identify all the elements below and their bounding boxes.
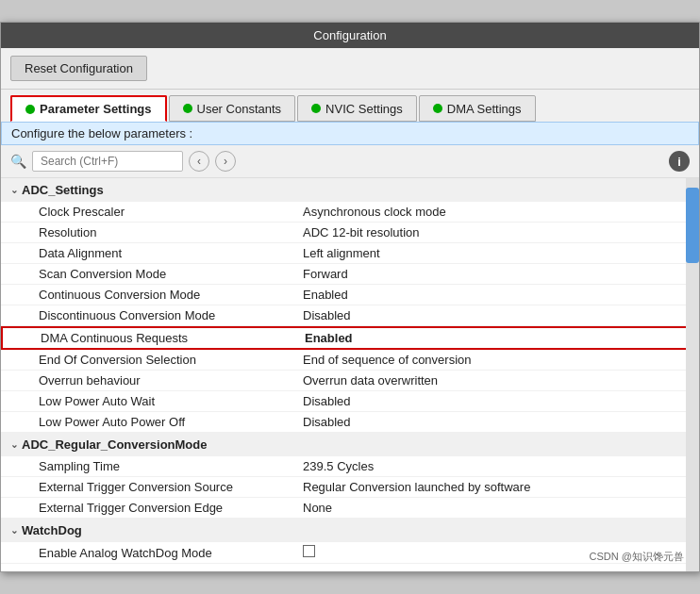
param-continuous-conversion-mode: Continuous Conversion Mode Enabled bbox=[1, 285, 699, 305]
param-value-end-of-conversion-selection: End of sequence of conversion bbox=[303, 353, 472, 367]
window-title: Configuration bbox=[313, 28, 386, 42]
tab-label-user-constants: User Constants bbox=[197, 102, 282, 116]
param-external-trigger-edge: External Trigger Conversion Edge None bbox=[1, 498, 699, 519]
tab-user-constants[interactable]: User Constants bbox=[169, 95, 296, 122]
param-name-overrun-behaviour: Overrun behaviour bbox=[39, 373, 303, 388]
watermark: CSDN @知识馋元兽 bbox=[590, 550, 684, 564]
info-icon[interactable]: i bbox=[669, 151, 690, 172]
configure-bar: Configure the below parameters : bbox=[1, 122, 699, 145]
param-name-clock-prescaler: Clock Prescaler bbox=[39, 205, 303, 219]
param-value-clock-prescaler: Asynchronous clock mode bbox=[303, 205, 446, 219]
param-sampling-time: Sampling Time 239.5 Cycles bbox=[1, 456, 699, 477]
scrollbar-track bbox=[686, 178, 699, 571]
tab-nvic-settings[interactable]: NVIC Settings bbox=[297, 95, 417, 122]
section-label-adc-regular: ADC_Regular_ConversionMode bbox=[22, 437, 207, 452]
param-resolution: Resolution ADC 12-bit resolution bbox=[1, 223, 699, 243]
param-value-discontinuous-conversion-mode: Disabled bbox=[303, 308, 351, 322]
param-name-low-power-auto-wait: Low Power Auto Wait bbox=[39, 394, 303, 408]
scrollbar-thumb[interactable] bbox=[686, 188, 699, 263]
param-external-trigger-source: External Trigger Conversion Source Regul… bbox=[1, 477, 699, 498]
section-label-watchdog: WatchDog bbox=[22, 523, 82, 537]
tabs-row: Parameter Settings User Constants NVIC S… bbox=[1, 90, 699, 122]
tab-label-parameter-settings: Parameter Settings bbox=[40, 102, 152, 116]
nav-prev-button[interactable]: ‹ bbox=[189, 151, 209, 172]
toolbar: Reset Configuration bbox=[1, 48, 699, 90]
param-dma-continuous-requests[interactable]: DMA Continuous Requests Enabled bbox=[1, 326, 699, 350]
param-value-low-power-auto-power-off: Disabled bbox=[303, 415, 351, 429]
param-name-continuous-conversion-mode: Continuous Conversion Mode bbox=[39, 288, 303, 302]
param-value-resolution: ADC 12-bit resolution bbox=[303, 225, 420, 239]
chevron-adc-settings: ⌄ bbox=[10, 185, 18, 195]
param-name-discontinuous-conversion-mode: Discontinuous Conversion Mode bbox=[39, 308, 303, 322]
param-discontinuous-conversion-mode: Discontinuous Conversion Mode Disabled bbox=[1, 305, 699, 326]
params-area: ⌄ ADC_Settings Clock Prescaler Asynchron… bbox=[1, 178, 699, 571]
section-label-adc-settings: ADC_Settings bbox=[22, 183, 104, 197]
param-name-external-trigger-edge: External Trigger Conversion Edge bbox=[39, 501, 303, 515]
section-watchdog[interactable]: ⌄ WatchDog bbox=[1, 519, 699, 542]
search-input[interactable] bbox=[32, 151, 183, 172]
tab-dma-settings[interactable]: DMA Settings bbox=[419, 95, 536, 122]
param-scan-conversion-mode: Scan Conversion Mode Forward bbox=[1, 264, 699, 285]
param-data-alignment: Data Alignment Left alignment bbox=[1, 243, 699, 264]
param-name-enable-analog-watchdog-mode: Enable Analog WatchDog Mode bbox=[39, 546, 303, 560]
chevron-watchdog: ⌄ bbox=[10, 525, 18, 536]
param-low-power-auto-wait: Low Power Auto Wait Disabled bbox=[1, 391, 699, 412]
main-window: Configuration Reset Configuration Parame… bbox=[0, 22, 700, 572]
configure-bar-text: Configure the below parameters : bbox=[11, 126, 192, 140]
chevron-adc-regular: ⌄ bbox=[10, 439, 18, 450]
tab-dot-nvic-settings bbox=[311, 104, 321, 113]
param-overrun-behaviour: Overrun behaviour Overrun data overwritt… bbox=[1, 371, 699, 391]
param-value-enable-analog-watchdog-mode[interactable] bbox=[303, 545, 315, 560]
tab-dot-user-constants bbox=[183, 104, 192, 113]
nav-next-button[interactable]: › bbox=[215, 151, 236, 172]
param-value-low-power-auto-wait: Disabled bbox=[303, 394, 351, 408]
tab-dot-parameter-settings bbox=[25, 105, 35, 114]
param-value-continuous-conversion-mode: Enabled bbox=[303, 288, 348, 302]
param-end-of-conversion-selection: End Of Conversion Selection End of seque… bbox=[1, 350, 699, 371]
search-row: 🔍 ‹ › i bbox=[1, 145, 699, 178]
param-name-scan-conversion-mode: Scan Conversion Mode bbox=[39, 267, 303, 281]
param-name-low-power-auto-power-off: Low Power Auto Power Off bbox=[39, 415, 303, 429]
tab-label-dma-settings: DMA Settings bbox=[447, 102, 522, 116]
param-clock-prescaler: Clock Prescaler Asynchronous clock mode bbox=[1, 202, 699, 223]
param-value-external-trigger-source: Regular Conversion launched by software bbox=[303, 480, 530, 494]
param-low-power-auto-power-off: Low Power Auto Power Off Disabled bbox=[1, 412, 699, 433]
tab-parameter-settings[interactable]: Parameter Settings bbox=[10, 95, 167, 122]
param-name-data-alignment: Data Alignment bbox=[39, 246, 303, 260]
tab-dot-dma-settings bbox=[433, 104, 442, 113]
search-icon: 🔍 bbox=[10, 154, 26, 169]
param-name-end-of-conversion-selection: End Of Conversion Selection bbox=[39, 353, 303, 367]
tab-label-nvic-settings: NVIC Settings bbox=[325, 102, 403, 116]
param-value-external-trigger-edge: None bbox=[303, 501, 332, 515]
param-value-overrun-behaviour: Overrun data overwritten bbox=[303, 373, 438, 388]
section-adc-settings[interactable]: ⌄ ADC_Settings bbox=[1, 178, 699, 202]
param-name-external-trigger-source: External Trigger Conversion Source bbox=[39, 480, 303, 494]
params-list: ⌄ ADC_Settings Clock Prescaler Asynchron… bbox=[1, 178, 699, 571]
reset-configuration-button[interactable]: Reset Configuration bbox=[10, 56, 147, 81]
param-name-dma-continuous-requests: DMA Continuous Requests bbox=[41, 331, 305, 345]
param-value-scan-conversion-mode: Forward bbox=[303, 267, 348, 281]
watchdog-checkbox[interactable] bbox=[303, 545, 315, 557]
param-value-data-alignment: Left alignment bbox=[303, 246, 380, 260]
param-value-sampling-time: 239.5 Cycles bbox=[303, 459, 374, 473]
title-bar: Configuration bbox=[1, 23, 699, 48]
param-value-dma-continuous-requests: Enabled bbox=[305, 331, 353, 345]
section-adc-regular-conversionmode[interactable]: ⌄ ADC_Regular_ConversionMode bbox=[1, 433, 699, 456]
param-name-resolution: Resolution bbox=[39, 225, 303, 239]
param-name-sampling-time: Sampling Time bbox=[39, 459, 303, 473]
